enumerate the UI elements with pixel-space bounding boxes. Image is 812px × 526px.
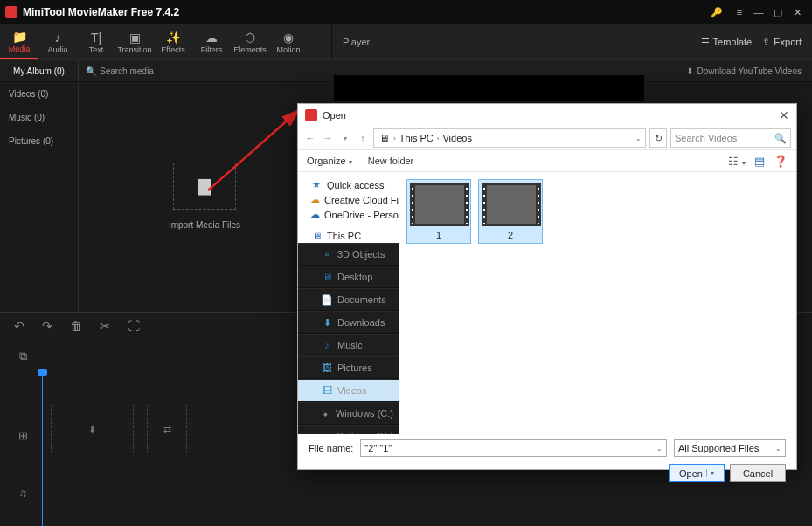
nav-recent[interactable]: ▾: [338, 135, 352, 142]
tree-this-pc[interactable]: 🖥This PC: [298, 229, 399, 243]
template-button[interactable]: ☰Template: [701, 37, 753, 48]
filename-input[interactable]: "2" "1"⌄: [360, 439, 667, 457]
text-icon: T|: [91, 31, 101, 45]
breadcrumb[interactable]: 🖥 › This PC › Videos ⌄: [373, 128, 646, 148]
player-title: Player: [343, 37, 691, 47]
tool-motion[interactable]: ◉Motion: [269, 24, 308, 59]
tree-3d-objects[interactable]: ▫3D Objects: [298, 243, 399, 266]
tree-onedrive-personal[interactable]: ☁OneDrive - Personal: [298, 207, 399, 222]
overlay-track-icon[interactable]: ⧉: [16, 350, 30, 363]
download-slot-icon: ⬇: [88, 424, 96, 435]
sidebar-item-music[interactable]: Music (0): [0, 106, 78, 129]
sidebar-item-videos[interactable]: Videos (0): [0, 82, 78, 106]
undo-button[interactable]: ↶: [14, 319, 24, 333]
media-area: ▇ Import Media Files: [79, 82, 330, 309]
tool-transition[interactable]: ▣Transition: [115, 24, 154, 59]
dialog-footer: File name: "2" "1"⌄ All Supported Files⌄…: [298, 434, 796, 488]
crumb-videos[interactable]: Videos: [442, 133, 471, 143]
organize-menu[interactable]: Organize ▾: [307, 156, 352, 166]
new-folder-button[interactable]: New folder: [368, 156, 414, 166]
audio-track-icon[interactable]: ♫: [16, 486, 30, 500]
open-file-dialog: Open ✕ ← → ▾ ↑ 🖥 › This PC › Videos ⌄ ↻ …: [297, 103, 797, 470]
file-list[interactable]: 12: [399, 172, 796, 434]
download-icon: ⬇: [686, 66, 693, 76]
maximize-button[interactable]: ▢: [768, 3, 788, 22]
tree-videos[interactable]: 🎞Videos: [298, 379, 399, 402]
dialog-titlebar: Open ✕: [298, 104, 796, 127]
tool-text[interactable]: T|Text: [77, 24, 115, 59]
tree-windows-c-[interactable]: ⬥Windows (C:): [298, 402, 399, 425]
open-button[interactable]: Open ▾: [669, 464, 725, 482]
motion-icon: ◉: [283, 31, 294, 45]
dialog-icon: [305, 109, 317, 121]
clip-slot-1[interactable]: ⬇: [51, 405, 134, 453]
nav-forward[interactable]: →: [321, 133, 335, 143]
export-icon: ⇪: [762, 37, 770, 48]
folder-tree[interactable]: ★Quick access☁Creative Cloud Files☁OneDr…: [298, 172, 399, 434]
tree-pictures[interactable]: 🖼Pictures: [298, 356, 399, 379]
tool-media[interactable]: 📁Media: [0, 24, 38, 59]
elements-icon: ⬡: [245, 31, 255, 45]
view-menu[interactable]: ☷ ▾: [728, 155, 746, 168]
player-preview: [334, 75, 644, 101]
player-header: Player ☰Template ⇪Export: [331, 24, 812, 59]
redo-button[interactable]: ↷: [42, 319, 52, 333]
tree-desktop[interactable]: 🖥Desktop: [298, 266, 399, 288]
dialog-close-button[interactable]: ✕: [779, 108, 789, 122]
search-icon: 🔍: [774, 133, 787, 144]
tool-elements[interactable]: ⬡Elements: [231, 24, 269, 59]
tree-music[interactable]: ♪Music: [298, 334, 399, 356]
dialog-search[interactable]: Search Videos 🔍: [670, 128, 791, 148]
menu-icon[interactable]: ≡: [730, 3, 749, 22]
thumbnail-icon: [410, 183, 469, 226]
crumb-this-pc[interactable]: This PC: [399, 133, 434, 143]
tree-software-d-[interactable]: ⬥Software (D:): [298, 425, 399, 434]
tree-creative-cloud-files[interactable]: ☁Creative Cloud Files: [298, 192, 399, 207]
search-icon: 🔍: [86, 66, 96, 76]
file-2[interactable]: 2: [478, 179, 543, 244]
thumbnail-icon: [482, 183, 541, 226]
clip-slot-2[interactable]: ⇄: [147, 405, 187, 453]
app-logo: [5, 6, 17, 18]
swap-icon: ⇄: [163, 424, 171, 435]
nav-up[interactable]: ↑: [356, 133, 370, 143]
tree-downloads[interactable]: ⬇Downloads: [298, 311, 399, 334]
cut-button[interactable]: ✂: [100, 319, 110, 333]
video-track-icon[interactable]: ⊞: [16, 428, 30, 442]
media-icon: 📁: [12, 30, 27, 44]
minimize-button[interactable]: —: [749, 3, 768, 22]
preview-pane-button[interactable]: ▤: [754, 155, 765, 168]
playhead[interactable]: [42, 374, 43, 526]
import-dropzone[interactable]: ▇: [173, 163, 236, 210]
close-button[interactable]: ✕: [788, 3, 807, 22]
filename-label: File name:: [309, 443, 353, 453]
export-button[interactable]: ⇪Export: [762, 37, 802, 48]
nav-refresh[interactable]: ↻: [649, 128, 667, 148]
tree-quick-access[interactable]: ★Quick access: [298, 177, 399, 192]
file-1[interactable]: 1: [406, 179, 471, 244]
key-icon[interactable]: 🔑: [707, 3, 726, 22]
nav-back[interactable]: ←: [303, 133, 317, 143]
app-title: MiniTool MovieMaker Free 7.4.2: [23, 6, 707, 18]
filetype-combo[interactable]: All Supported Files⌄: [674, 439, 786, 457]
sidebar-item-pictures[interactable]: Pictures (0): [0, 129, 78, 153]
crumb-dropdown[interactable]: ⌄: [635, 135, 642, 142]
album-tab[interactable]: My Album (0): [0, 60, 79, 81]
tool-filters[interactable]: ☁Filters: [192, 24, 231, 59]
dialog-toolbar: Organize ▾ New folder ☷ ▾ ▤ ❓: [298, 149, 796, 172]
crop-button[interactable]: ⛶: [128, 319, 140, 333]
folder-icon: ▇: [198, 176, 211, 196]
delete-button[interactable]: 🗑: [70, 319, 82, 333]
tool-effects[interactable]: ✨Effects: [154, 24, 192, 59]
tool-audio[interactable]: ♪Audio: [38, 24, 77, 59]
search-media[interactable]: 🔍Search media: [79, 66, 676, 76]
filters-icon: ☁: [205, 31, 218, 45]
import-label: Import Media Files: [79, 220, 330, 230]
dialog-nav: ← → ▾ ↑ 🖥 › This PC › Videos ⌄ ↻ Search …: [298, 127, 796, 149]
tree-documents[interactable]: 📄Documents: [298, 288, 399, 311]
help-button[interactable]: ❓: [774, 155, 788, 168]
transition-icon: ▣: [129, 31, 141, 45]
pc-icon: 🖥: [378, 133, 390, 143]
download-youtube[interactable]: ⬇Download YouTube Videos: [676, 66, 812, 76]
cancel-button[interactable]: Cancel: [730, 464, 786, 482]
